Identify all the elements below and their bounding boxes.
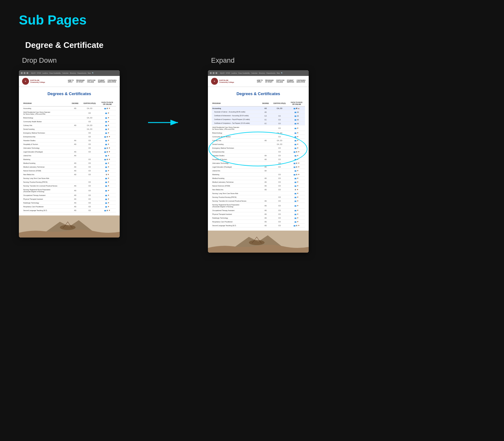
people-icon: 👥 (295, 127, 296, 129)
dropdown-arrow[interactable]: ▼ (109, 151, 111, 153)
program-name: Emergency Medical Technician (23, 131, 70, 135)
volcano-footer-left (19, 215, 120, 238)
degree-cell (70, 127, 81, 131)
table-row: Culinary Arts AS CA, CO 👥 ▼ (23, 123, 116, 127)
dropdown-arrow[interactable]: ▼ (107, 198, 109, 200)
dropdown-arrow[interactable]: ▼ (297, 147, 299, 149)
dropdown-arrow[interactable]: ▼ (297, 127, 299, 129)
dropdown-arrow[interactable]: ▼ (107, 124, 109, 126)
table-row: Nursing: Long-Term Care Nurse Aide 👥 ▼ (212, 192, 305, 195)
dropdown-arrow[interactable]: ▼ (109, 209, 111, 211)
dropdown-arrow[interactable]: ▼ (107, 155, 109, 157)
dropdown-arrow[interactable]: ▼ (107, 162, 109, 164)
transition-arrow (145, 113, 183, 132)
cert-cell: CO (271, 146, 288, 150)
degree-cell: AS (261, 224, 271, 227)
cert-cell: CO (80, 146, 99, 150)
dropdown-arrow[interactable]: ▼ (297, 217, 299, 219)
dropdown-arrow[interactable]: ▼ (297, 136, 299, 138)
dropdown-arrow[interactable]: ▼ (297, 213, 299, 215)
dropdown-arrow[interactable]: ▼ (107, 128, 109, 130)
screen-icon: 🖥 (297, 123, 299, 124)
dropdown-arrow[interactable]: ▼ (107, 166, 109, 168)
cert-cell: CO (80, 180, 99, 184)
sub-icons: 👥 🖥 (288, 118, 305, 122)
cert-cell: CO (80, 169, 99, 173)
people-icon: 👥 (105, 185, 107, 187)
dropdown-arrow[interactable]: ▼ (297, 189, 299, 191)
dropdown-arrow[interactable]: ▼ (109, 136, 111, 138)
browser-topbar: MyUH STAR Laulima Class Availability Cal… (19, 70, 120, 76)
dropdown-arrow[interactable]: ▼ (298, 225, 300, 226)
dropdown-arrow[interactable]: ▼ (107, 206, 109, 208)
degree-cell: AS (261, 139, 271, 142)
icons-cell: 👥 ▼ (99, 184, 116, 188)
cert-cell: CO (80, 205, 99, 209)
dropdown-arrow[interactable]: ▼ (107, 170, 109, 172)
program-name: Information Technology (23, 146, 70, 150)
dropdown-arrow[interactable]: ▼ (107, 132, 109, 134)
people-icon: 👥 (295, 140, 296, 141)
icons-cell: 👥 ▼ (288, 176, 305, 180)
degree-cell: AA (70, 139, 81, 142)
dropdown-arrow[interactable]: ▼ (107, 117, 109, 119)
table-row: Occupational Therapy Assistant AS CO 👥 ▼ (23, 193, 116, 197)
nav-cont-right: CONTINUINGEDUCATION (297, 80, 306, 83)
people-icon: 👥 (105, 181, 107, 183)
dropdown-arrow[interactable]: ▼ (107, 181, 109, 183)
dropdown-arrow[interactable]: ▼ (297, 209, 299, 211)
dropdown-arrow[interactable]: ▼ (297, 205, 299, 207)
program-name: Emergency Medical Technician (212, 146, 261, 150)
dropdown-arrow[interactable]: ▼ (107, 121, 109, 123)
dropdown-arrow[interactable]: ▼ (298, 166, 300, 168)
dropdown-arrow[interactable]: ▼ (297, 155, 299, 157)
people-icon: 👥 (105, 166, 107, 168)
people-icon: 👥 (295, 181, 296, 183)
icons-cell: 👥 ▼ (99, 197, 116, 201)
program-name: Biotechnology (23, 116, 70, 120)
dropdown-arrow[interactable]: ▼ (297, 177, 299, 179)
cert-cell: CO (80, 173, 99, 176)
dropdown-arrow[interactable]: ▼ (297, 143, 299, 145)
dropdown-arrow[interactable]: ▼ (298, 162, 300, 164)
table-row: Liberal Arts AA 👥 ▼ (212, 169, 305, 173)
dropdown-arrow-up[interactable]: ▲ (298, 107, 300, 109)
dropdown-arrow[interactable]: ▼ (297, 196, 299, 198)
dropdown-arrow[interactable]: ▼ (109, 158, 111, 160)
dropdown-arrow[interactable]: ▼ (109, 107, 111, 109)
dropdown-arrow[interactable]: ▼ (297, 185, 299, 187)
dropdown-arrow[interactable]: ▼ (107, 185, 109, 187)
dropdown-arrow[interactable]: ▼ (107, 177, 109, 179)
program-name: Natural Sciences (STEM) (23, 169, 70, 173)
dropdown-arrow[interactable]: ▼ (107, 143, 109, 145)
degree-cell (261, 195, 271, 199)
dropdown-arrow[interactable]: ▼ (297, 132, 299, 134)
cert-cell: CO (271, 165, 288, 169)
dropdown-arrow[interactable]: ▼ (298, 151, 300, 153)
screen-icon: 🖥 (106, 147, 108, 149)
dropdown-arrow[interactable]: ▼ (297, 140, 299, 141)
page-heading-right: Degrees & Certificates (212, 90, 305, 97)
dropdown-arrow[interactable]: ▼ (298, 174, 300, 175)
dropdown-arrow[interactable]: ▼ (297, 221, 299, 223)
dropdown-arrow[interactable]: ▼ (297, 158, 299, 160)
dropdown-arrow[interactable]: ▼ (297, 200, 299, 202)
people-icon: 👥 (105, 162, 107, 164)
dropdown-arrow[interactable]: ▼ (107, 190, 109, 192)
people-icon: 👥 (295, 200, 296, 202)
table-row: Nursing: Registered Nurse Preparation(As… (23, 188, 116, 193)
dropdown-arrow[interactable]: ▼ (107, 140, 109, 141)
dropdown-arrow[interactable]: ▼ (297, 192, 299, 194)
people-icon: 👥 (105, 155, 107, 157)
dropdown-arrow[interactable]: ▼ (297, 170, 299, 172)
table-row: Community Health Worker CO 👥 ▼ (212, 135, 305, 139)
people-icon: 👥 (104, 107, 106, 109)
dropdown-arrow[interactable]: ▼ (107, 194, 109, 196)
degree-cell (70, 176, 81, 180)
dropdown-arrow[interactable]: ▼ (107, 174, 109, 175)
dropdown-arrow[interactable]: ▼ (107, 112, 109, 114)
table-row: Nursing: Transition for Licensed Practic… (23, 184, 116, 188)
dropdown-arrow[interactable]: ▼ (109, 147, 111, 149)
dropdown-arrow[interactable]: ▼ (107, 202, 109, 204)
dropdown-arrow[interactable]: ▼ (297, 181, 299, 183)
